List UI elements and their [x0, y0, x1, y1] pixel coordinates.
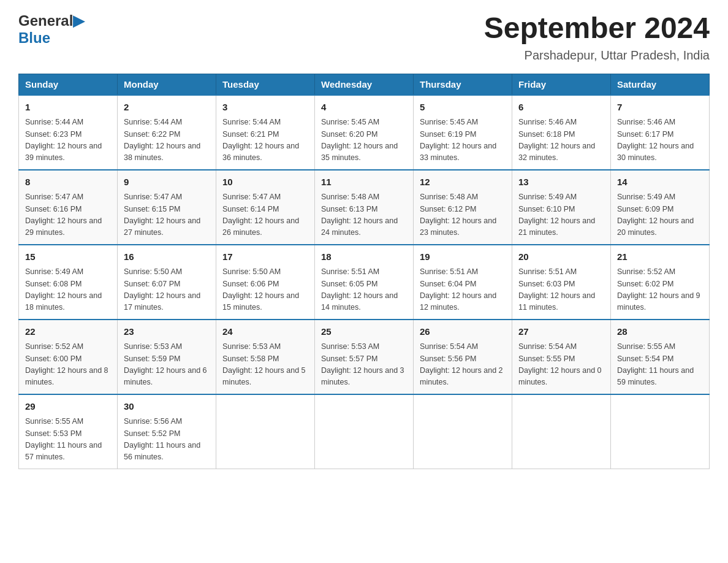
day-info: Sunrise: 5:54 AMSunset: 5:56 PMDaylight:…	[420, 341, 506, 389]
day-info: Sunrise: 5:54 AMSunset: 5:55 PMDaylight:…	[518, 341, 604, 389]
month-title: September 2024	[484, 12, 710, 45]
calendar-cell: 3Sunrise: 5:44 AMSunset: 6:21 PMDaylight…	[216, 95, 315, 170]
day-info: Sunrise: 5:51 AMSunset: 6:04 PMDaylight:…	[420, 266, 506, 314]
day-number: 24	[222, 325, 308, 339]
day-header-tuesday: Tuesday	[216, 74, 315, 95]
day-number: 27	[518, 325, 604, 339]
calendar-cell: 19Sunrise: 5:51 AMSunset: 6:04 PMDayligh…	[414, 245, 512, 320]
day-number: 25	[321, 325, 407, 339]
calendar-cell: 1Sunrise: 5:44 AMSunset: 6:23 PMDaylight…	[19, 95, 118, 170]
day-number: 17	[222, 250, 308, 264]
logo-general-text: General▶	[18, 12, 84, 29]
day-number: 14	[617, 175, 703, 190]
day-info: Sunrise: 5:55 AMSunset: 5:54 PMDaylight:…	[617, 341, 703, 389]
calendar-cell: 16Sunrise: 5:50 AMSunset: 6:07 PMDayligh…	[118, 245, 216, 320]
calendar-cell	[216, 394, 315, 469]
day-number: 23	[124, 325, 210, 339]
day-number: 1	[25, 101, 111, 115]
calendar-cell: 6Sunrise: 5:46 AMSunset: 6:18 PMDaylight…	[512, 95, 611, 170]
day-number: 29	[25, 400, 111, 414]
day-info: Sunrise: 5:52 AMSunset: 6:02 PMDaylight:…	[617, 266, 703, 314]
calendar-cell	[611, 394, 710, 469]
calendar-cell: 13Sunrise: 5:49 AMSunset: 6:10 PMDayligh…	[512, 170, 611, 245]
logo-blue-text: Blue	[18, 29, 50, 47]
calendar-cell: 29Sunrise: 5:55 AMSunset: 5:53 PMDayligh…	[19, 394, 118, 469]
day-info: Sunrise: 5:49 AMSunset: 6:09 PMDaylight:…	[617, 191, 703, 239]
day-info: Sunrise: 5:49 AMSunset: 6:10 PMDaylight:…	[518, 191, 604, 239]
calendar-cell	[315, 394, 414, 469]
day-number: 21	[617, 250, 703, 264]
calendar-cell: 8Sunrise: 5:47 AMSunset: 6:16 PMDaylight…	[19, 170, 118, 245]
title-block: September 2024 Parshadepur, Uttar Prades…	[484, 12, 710, 63]
day-number: 15	[25, 250, 111, 264]
day-info: Sunrise: 5:55 AMSunset: 5:53 PMDaylight:…	[25, 416, 111, 464]
day-number: 2	[124, 101, 210, 115]
calendar-cell: 17Sunrise: 5:50 AMSunset: 6:06 PMDayligh…	[216, 245, 315, 320]
calendar-cell: 9Sunrise: 5:47 AMSunset: 6:15 PMDaylight…	[118, 170, 216, 245]
calendar-cell: 11Sunrise: 5:48 AMSunset: 6:13 PMDayligh…	[315, 170, 414, 245]
day-header-friday: Friday	[512, 74, 611, 95]
day-number: 28	[617, 325, 703, 339]
day-info: Sunrise: 5:48 AMSunset: 6:12 PMDaylight:…	[420, 191, 506, 239]
calendar-cell: 4Sunrise: 5:45 AMSunset: 6:20 PMDaylight…	[315, 95, 414, 170]
day-info: Sunrise: 5:53 AMSunset: 5:59 PMDaylight:…	[124, 341, 210, 389]
day-info: Sunrise: 5:47 AMSunset: 6:14 PMDaylight:…	[222, 191, 308, 239]
day-info: Sunrise: 5:51 AMSunset: 6:03 PMDaylight:…	[518, 266, 604, 314]
page-header: General▶ Blue September 2024 Parshadepur…	[18, 12, 710, 63]
day-number: 26	[420, 325, 506, 339]
day-header-thursday: Thursday	[414, 74, 512, 95]
calendar-cell: 7Sunrise: 5:46 AMSunset: 6:17 PMDaylight…	[611, 95, 710, 170]
day-number: 30	[124, 400, 210, 414]
day-number: 16	[124, 250, 210, 264]
calendar-week-row: 29Sunrise: 5:55 AMSunset: 5:53 PMDayligh…	[19, 394, 710, 469]
calendar-week-row: 1Sunrise: 5:44 AMSunset: 6:23 PMDaylight…	[19, 95, 710, 170]
calendar-week-row: 22Sunrise: 5:52 AMSunset: 6:00 PMDayligh…	[19, 320, 710, 394]
day-number: 7	[617, 101, 703, 115]
day-number: 9	[124, 175, 210, 190]
calendar-cell: 26Sunrise: 5:54 AMSunset: 5:56 PMDayligh…	[414, 320, 512, 394]
day-info: Sunrise: 5:56 AMSunset: 5:52 PMDaylight:…	[124, 416, 210, 464]
day-number: 13	[518, 175, 604, 190]
day-info: Sunrise: 5:51 AMSunset: 6:05 PMDaylight:…	[321, 266, 407, 314]
day-info: Sunrise: 5:50 AMSunset: 6:07 PMDaylight:…	[124, 266, 210, 314]
day-header-sunday: Sunday	[19, 74, 118, 95]
day-info: Sunrise: 5:46 AMSunset: 6:18 PMDaylight:…	[518, 117, 604, 164]
day-info: Sunrise: 5:49 AMSunset: 6:08 PMDaylight:…	[25, 266, 111, 314]
day-info: Sunrise: 5:46 AMSunset: 6:17 PMDaylight:…	[617, 117, 703, 164]
day-number: 18	[321, 250, 407, 264]
calendar-cell: 27Sunrise: 5:54 AMSunset: 5:55 PMDayligh…	[512, 320, 611, 394]
day-info: Sunrise: 5:45 AMSunset: 6:20 PMDaylight:…	[321, 117, 407, 164]
day-number: 20	[518, 250, 604, 264]
day-info: Sunrise: 5:47 AMSunset: 6:16 PMDaylight:…	[25, 191, 111, 239]
day-number: 6	[518, 101, 604, 115]
day-number: 4	[321, 101, 407, 115]
calendar-week-row: 15Sunrise: 5:49 AMSunset: 6:08 PMDayligh…	[19, 245, 710, 320]
day-header-monday: Monday	[118, 74, 216, 95]
calendar-cell: 25Sunrise: 5:53 AMSunset: 5:57 PMDayligh…	[315, 320, 414, 394]
day-info: Sunrise: 5:48 AMSunset: 6:13 PMDaylight:…	[321, 191, 407, 239]
day-header-wednesday: Wednesday	[315, 74, 414, 95]
day-number: 10	[222, 175, 308, 190]
calendar-cell: 22Sunrise: 5:52 AMSunset: 6:00 PMDayligh…	[19, 320, 118, 394]
day-info: Sunrise: 5:53 AMSunset: 5:57 PMDaylight:…	[321, 341, 407, 389]
calendar-cell	[512, 394, 611, 469]
calendar-cell: 28Sunrise: 5:55 AMSunset: 5:54 PMDayligh…	[611, 320, 710, 394]
day-number: 11	[321, 175, 407, 190]
day-number: 19	[420, 250, 506, 264]
day-info: Sunrise: 5:44 AMSunset: 6:22 PMDaylight:…	[124, 117, 210, 164]
calendar-cell: 21Sunrise: 5:52 AMSunset: 6:02 PMDayligh…	[611, 245, 710, 320]
day-info: Sunrise: 5:44 AMSunset: 6:21 PMDaylight:…	[222, 117, 308, 164]
calendar-cell: 5Sunrise: 5:45 AMSunset: 6:19 PMDaylight…	[414, 95, 512, 170]
calendar-cell: 24Sunrise: 5:53 AMSunset: 5:58 PMDayligh…	[216, 320, 315, 394]
day-info: Sunrise: 5:53 AMSunset: 5:58 PMDaylight:…	[222, 341, 308, 389]
day-number: 12	[420, 175, 506, 190]
calendar-header-row: SundayMondayTuesdayWednesdayThursdayFrid…	[19, 74, 710, 95]
day-number: 22	[25, 325, 111, 339]
day-info: Sunrise: 5:44 AMSunset: 6:23 PMDaylight:…	[25, 117, 111, 164]
calendar-cell: 30Sunrise: 5:56 AMSunset: 5:52 PMDayligh…	[118, 394, 216, 469]
logo: General▶ Blue	[18, 12, 84, 47]
day-number: 3	[222, 101, 308, 115]
calendar-week-row: 8Sunrise: 5:47 AMSunset: 6:16 PMDaylight…	[19, 170, 710, 245]
day-info: Sunrise: 5:50 AMSunset: 6:06 PMDaylight:…	[222, 266, 308, 314]
calendar-cell: 12Sunrise: 5:48 AMSunset: 6:12 PMDayligh…	[414, 170, 512, 245]
